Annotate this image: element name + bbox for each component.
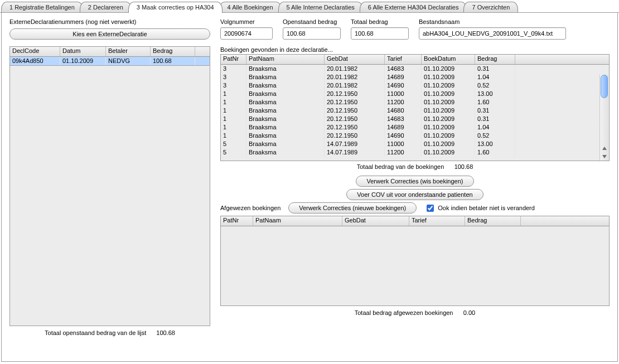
boek-header-gebdat[interactable]: GebDat [325, 55, 385, 64]
boek-row[interactable]: 1Braaksma20.12.19501468301.10.20090.31 [221, 115, 601, 123]
boek-cell: 01.10.2009 [422, 98, 475, 106]
boekingen-footer-value: 100.68 [454, 163, 473, 170]
boek-cell: 5 [221, 140, 246, 148]
tab-alle-interne-decl[interactable]: 5 Alle Interne Declaraties [278, 2, 363, 12]
afg-header-tarief[interactable]: Tarief [409, 216, 465, 226]
decl-header-datum[interactable]: Datum [60, 47, 106, 56]
boek-cell: 20.12.1950 [325, 123, 385, 132]
tab-maak-correcties[interactable]: 3 Maak correcties op HA304 [128, 2, 223, 13]
boek-header-patnr[interactable]: PatNr [221, 55, 246, 64]
boek-cell: 20.01.1982 [325, 81, 385, 90]
boek-cell: 01.10.2009 [422, 106, 475, 115]
choose-externe-decl-button[interactable]: Kies een ExterneDeclaratie [9, 28, 210, 40]
boek-row[interactable]: 5Braaksma14.07.19891100001.10.200913.00 [221, 140, 601, 148]
afgewezen-footer-label: Totaal bedrag afgewezen boekingen [355, 309, 453, 316]
boek-cell: 14690 [385, 132, 422, 140]
decl-cell-betaler: NEDVG [106, 57, 151, 65]
boek-cell: 1 [221, 106, 246, 115]
boek-row[interactable]: 5Braaksma14.07.19891120001.10.20091.60 [221, 148, 601, 157]
boek-row[interactable]: 1Braaksma20.12.19501468901.10.20091.04 [221, 123, 601, 132]
boek-cell: 3 [221, 65, 246, 73]
boek-row[interactable]: 1Braaksma20.12.19501469001.10.20090.52 [221, 132, 601, 140]
boek-cell: 11000 [385, 90, 422, 98]
boek-header-patnaam[interactable]: PatNaam [246, 55, 325, 64]
totaal-label: Totaal bedrag [351, 18, 409, 25]
boek-cell: 20.12.1950 [325, 98, 385, 106]
decl-header-betaler[interactable]: Betaler [106, 47, 151, 56]
bestandsnaam-label: Bestandsnaam [419, 18, 610, 25]
boek-row[interactable]: 3Braaksma20.01.19821468901.10.20091.04 [221, 73, 601, 81]
boekingen-footer-label: Totaal bedrag van de boekingen [357, 163, 444, 170]
boek-cell: 20.01.1982 [325, 73, 385, 81]
openstaand-input[interactable] [283, 27, 341, 40]
volgnummer-label: Volgnummer [220, 18, 273, 25]
decl-footer-value: 100.68 [156, 329, 175, 336]
boek-row[interactable]: 1Braaksma20.12.19501100001.10.200913.00 [221, 90, 601, 98]
boek-cell: Braaksma [246, 132, 325, 140]
boek-cell: Braaksma [246, 98, 325, 106]
boek-header-tarief[interactable]: Tarief [385, 55, 422, 64]
boek-cell: 1.04 [475, 73, 515, 81]
boek-cell: 01.10.2009 [422, 140, 475, 148]
boek-row[interactable]: 3Braaksma20.01.19821469001.10.20090.52 [221, 81, 601, 90]
boek-cell: 0.31 [475, 65, 515, 73]
boek-cell: 01.10.2009 [422, 73, 475, 81]
tab-registratie-betalingen[interactable]: 1 Registratie Betalingen [1, 2, 83, 12]
ook-indien-checkbox[interactable]: Ook indien betaler niet is veranderd [424, 203, 535, 213]
boek-cell: 13.00 [475, 140, 515, 148]
tab-declareren[interactable]: 2 Declareren [80, 2, 132, 12]
boek-cell: 20.12.1950 [325, 115, 385, 123]
verwerk-nieuw-button[interactable]: Verwerk Correcties (nieuwe boekingen) [288, 202, 417, 213]
decl-header-bedrag[interactable]: Bedrag [151, 47, 195, 56]
boek-cell: 01.10.2009 [422, 90, 475, 98]
boek-cell: Braaksma [246, 65, 325, 73]
boek-cell: 3 [221, 81, 246, 90]
boek-cell: 1 [221, 132, 246, 140]
ook-indien-label: Ook indien betaler niet is veranderd [438, 205, 535, 211]
boek-row[interactable]: 1Braaksma20.12.19501120001.10.20091.60 [221, 98, 601, 106]
boek-cell: 14.07.1989 [325, 148, 385, 157]
afg-header-gebdat[interactable]: GebDat [342, 216, 409, 226]
boekingen-table[interactable]: PatNr PatNaam GebDat Tarief BoekDatum Be… [220, 54, 610, 161]
afg-header-patnr[interactable]: PatNr [221, 216, 253, 226]
tab-alle-externe-ha304[interactable]: 6 Alle Externe HA304 Declaraties [360, 2, 467, 12]
boek-cell: 1 [221, 115, 246, 123]
boek-cell: Braaksma [246, 140, 325, 148]
boek-header-boekdat[interactable]: BoekDatum [422, 55, 475, 64]
boek-cell: 01.10.2009 [422, 148, 475, 157]
boek-row[interactable]: 3Braaksma20.01.19821468301.10.20090.31 [221, 65, 601, 73]
boek-cell: 1 [221, 90, 246, 98]
scroll-down-icon[interactable] [600, 152, 608, 161]
afgewezen-table[interactable]: PatNr PatNaam GebDat Tarief Bedrag [220, 216, 610, 306]
totaal-input[interactable] [351, 27, 409, 40]
verwerk-wis-button[interactable]: Verwerk Correcties (wis boekingen) [356, 176, 473, 187]
afg-header-bedrag[interactable]: Bedrag [465, 216, 521, 226]
decl-table[interactable]: DeclCode Datum Betaler Bedrag 09k4Ad850 … [9, 46, 210, 326]
voer-cov-button[interactable]: Voer COV uit voor onderstaande patienten [346, 189, 483, 200]
scroll-up-icon[interactable] [600, 144, 608, 152]
boek-cell: Braaksma [246, 123, 325, 132]
scrollbar-thumb[interactable] [601, 75, 608, 98]
decl-header-declcode[interactable]: DeclCode [10, 47, 60, 56]
decl-cell-bedrag: 100.68 [151, 57, 195, 65]
boek-cell: Braaksma [246, 106, 325, 115]
tab-overzichten[interactable]: 7 Overzichten [463, 2, 518, 12]
boek-row[interactable]: 1Braaksma20.12.19501468001.10.20090.31 [221, 106, 601, 115]
boek-cell: 14.07.1989 [325, 140, 385, 148]
afgewezen-footer-value: 0.00 [463, 309, 475, 316]
boek-header-bedrag[interactable]: Bedrag [475, 55, 515, 64]
tab-alle-boekingen[interactable]: 4 Alle Boekingen [219, 2, 282, 12]
boek-cell: Braaksma [246, 90, 325, 98]
boek-cell: 1 [221, 123, 246, 132]
boek-cell: 1.60 [475, 148, 515, 157]
volgnummer-input[interactable] [220, 27, 273, 40]
boek-cell: 14689 [385, 123, 422, 132]
bestandsnaam-input[interactable] [419, 27, 566, 40]
boek-cell: 11200 [385, 98, 422, 106]
decl-row[interactable]: 09k4Ad850 01.10.2009 NEDVG 100.68 [10, 57, 210, 65]
boekingen-scrollbar[interactable] [599, 75, 608, 161]
ook-indien-checkbox-input[interactable] [427, 205, 434, 212]
boek-cell: Braaksma [246, 148, 325, 157]
afg-header-patnaam[interactable]: PatNaam [253, 216, 342, 226]
boek-cell: 0.52 [475, 81, 515, 90]
